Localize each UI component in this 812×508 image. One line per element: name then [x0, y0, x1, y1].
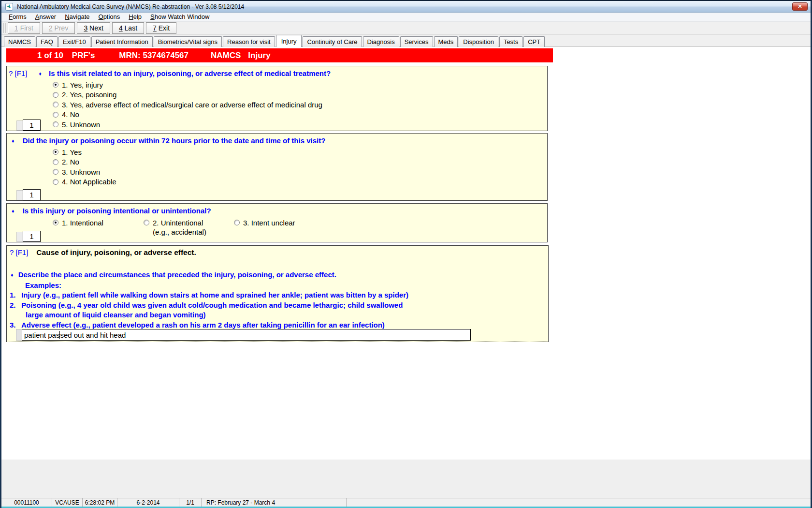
- status-bar: 00011100VCAUSE6:28:02 PM6-2-20141/1RP: F…: [1, 498, 811, 507]
- tab-diagnosis[interactable]: Diagnosis: [363, 36, 399, 47]
- tab-continuity-of-care[interactable]: Continuity of Care: [303, 36, 362, 47]
- radio-option-label: 3. Unknown: [62, 168, 100, 176]
- record-unit-label: PRF's: [72, 51, 95, 60]
- toolbar-button-3-next[interactable]: 3 Next: [77, 22, 110, 34]
- radio-group-injury-related: 1. Yes, injury2. Yes, poisoning3. Yes, a…: [53, 80, 547, 130]
- help-f1-link[interactable]: ? [F1]: [10, 248, 28, 256]
- radio-option-3-intent-unclear: 3. Intent unclear: [234, 218, 295, 227]
- tab-exit-f10[interactable]: Exit/F10: [58, 36, 90, 47]
- diamond-bullet-icon: ♦: [12, 208, 14, 214]
- input-text-after-caret: sed out and hit head: [60, 331, 126, 339]
- tab-cpt[interactable]: CPT: [523, 36, 545, 47]
- answer-entry-field[interactable]: 1: [23, 231, 41, 242]
- radio-3-intent-unclear[interactable]: [234, 220, 240, 225]
- radio-option-label: 2. Unintentional: [153, 219, 203, 227]
- radio-option-row: 1. Yes: [53, 147, 547, 157]
- toolbar-button-7-exit[interactable]: 7 Exit: [146, 22, 176, 34]
- answer-box-gutter: [16, 190, 23, 200]
- radio-option-label: 5. Unknown: [62, 120, 100, 129]
- status-record-id: 00011100: [1, 498, 52, 507]
- close-button[interactable]: ✕: [792, 2, 808, 11]
- answer-entry-field[interactable]: 1: [23, 189, 41, 200]
- radio-2-no[interactable]: [53, 159, 58, 165]
- radio-1-intentional[interactable]: [53, 220, 58, 225]
- example-line: 2.Poisoning (e.g., 4 year old child was …: [7, 300, 548, 311]
- radio-1-yes-injury[interactable]: [53, 82, 58, 88]
- tab-disposition[interactable]: Disposition: [459, 36, 498, 47]
- toolbar-gripper: [3, 23, 6, 33]
- radio-option-row: 1. Yes, injury: [53, 80, 547, 90]
- example-line: 1.Injury (e.g., patient fell while walki…: [7, 290, 548, 300]
- toolbar-button-4-last[interactable]: 4 Last: [112, 22, 144, 34]
- radio-option-label: 1. Yes: [62, 148, 82, 156]
- example-text: large amount of liquid cleanser and bega…: [26, 310, 206, 320]
- question-panel-72-hours: ♦ Did the injury or poisoning occur with…: [6, 133, 548, 201]
- status-time: 6:28:02 PM: [83, 498, 117, 507]
- menu-help[interactable]: Help: [124, 13, 146, 21]
- lower-filler-area: [1, 460, 811, 498]
- tab-patient-information[interactable]: Patient Information: [91, 36, 153, 47]
- diamond-bullet-icon: ♦: [11, 270, 14, 280]
- example-line: 3.Adverse effect (e.g., patient develope…: [7, 320, 548, 330]
- radio-option-row: 3. Unknown: [53, 167, 547, 177]
- help-f1-link[interactable]: ? [F1]: [9, 69, 27, 77]
- tab-tests[interactable]: Tests: [499, 36, 522, 47]
- radio-option-label: 4. No: [62, 110, 79, 119]
- menu-navigate[interactable]: Navigate: [60, 13, 94, 21]
- input-gutter: [16, 329, 22, 341]
- example-number: 3.: [10, 320, 21, 330]
- radio-option-row: 5. Unknown: [53, 120, 547, 130]
- tab-meds[interactable]: Meds: [434, 36, 458, 47]
- describe-instruction: Describe the place and circumstances tha…: [18, 270, 336, 280]
- radio-1-yes[interactable]: [53, 149, 58, 155]
- menu-forms[interactable]: Forms: [4, 13, 31, 21]
- app-icon: ➤: [5, 3, 13, 11]
- radio-option-label: 1. Intentional: [62, 219, 103, 227]
- example-line: large amount of liquid cleanser and bega…: [7, 310, 548, 320]
- radio-3-yes-adverse-effect-of-medical-surgical-care-or-adverse-effect-of-medicinal-drug[interactable]: [53, 102, 58, 107]
- tab-reason-for-visit[interactable]: Reason for visit: [223, 36, 275, 47]
- cause-text-input[interactable]: patient pas sed out and hit head: [22, 329, 471, 341]
- radio-4-not-applicable[interactable]: [53, 179, 58, 185]
- form-area: 1 of 10 PRF's MRN: 5374674567 NAMCS Inju…: [1, 47, 811, 460]
- question-panel-intent: ♦ Is this injury or poisoning intentiona…: [6, 203, 548, 242]
- radio-2-unintentional[interactable]: [144, 220, 149, 225]
- menu-options[interactable]: Options: [94, 13, 125, 21]
- examples-label: Examples:: [7, 281, 548, 291]
- example-text: Adverse effect (e.g., patient developed …: [21, 320, 385, 330]
- menu-answer[interactable]: Answer: [31, 13, 60, 21]
- tab-namcs[interactable]: NAMCS: [4, 36, 35, 47]
- radio-5-unknown[interactable]: [53, 121, 58, 127]
- tab-services[interactable]: Services: [400, 36, 433, 47]
- menu-show-watch-window[interactable]: Show Watch Window: [146, 13, 214, 21]
- status-reporting-period: RP: February 27 - March 4: [202, 498, 347, 507]
- answer-box: 1: [16, 120, 41, 131]
- tab-injury[interactable]: Injury: [276, 35, 302, 47]
- answer-box: 1: [16, 189, 41, 200]
- question-text: Is this injury or poisoning intentional …: [23, 207, 211, 215]
- radio-option-row: 3. Intent unclear: [234, 218, 295, 227]
- radio-group-intent: 1. Intentional2. Unintentional(e.g., acc…: [7, 218, 547, 239]
- tab-faq[interactable]: FAQ: [36, 36, 58, 47]
- radio-option-row: 2. No: [53, 157, 547, 167]
- radio-3-unknown[interactable]: [53, 169, 58, 175]
- answer-box: 1: [16, 231, 41, 242]
- status-page-indicator: 1/1: [179, 498, 202, 507]
- radio-2-yes-poisoning[interactable]: [53, 92, 58, 98]
- radio-4-no[interactable]: [53, 112, 58, 118]
- application-window: ➤ National Ambulatory Medical Care Surve…: [0, 0, 812, 508]
- cause-title: Cause of injury, poisoning, or adverse e…: [36, 248, 196, 257]
- toolbar-button-2-prev: 2 Prev: [42, 22, 75, 34]
- tab-biometrics-vital-signs[interactable]: Biometrics/Vital signs: [154, 36, 222, 47]
- radio-option-label: 4. Not Applicable: [62, 178, 116, 186]
- status-date: 6-2-2014: [117, 498, 179, 507]
- title-bar: ➤ National Ambulatory Medical Care Surve…: [1, 1, 811, 13]
- toolbar-button-1-first: 1 First: [8, 22, 40, 34]
- example-number: 1.: [10, 290, 21, 300]
- example-number: 2.: [10, 300, 21, 311]
- radio-option-label: 3. Yes, adverse effect of medical/surgic…: [62, 101, 322, 109]
- answer-entry-field[interactable]: 1: [23, 120, 41, 131]
- examples-list: 1.Injury (e.g., patient fell while walki…: [7, 290, 548, 330]
- app-icon-arrow: ➤: [6, 3, 13, 10]
- section-tab-bar: NAMCSFAQExit/F10Patient InformationBiome…: [1, 35, 811, 47]
